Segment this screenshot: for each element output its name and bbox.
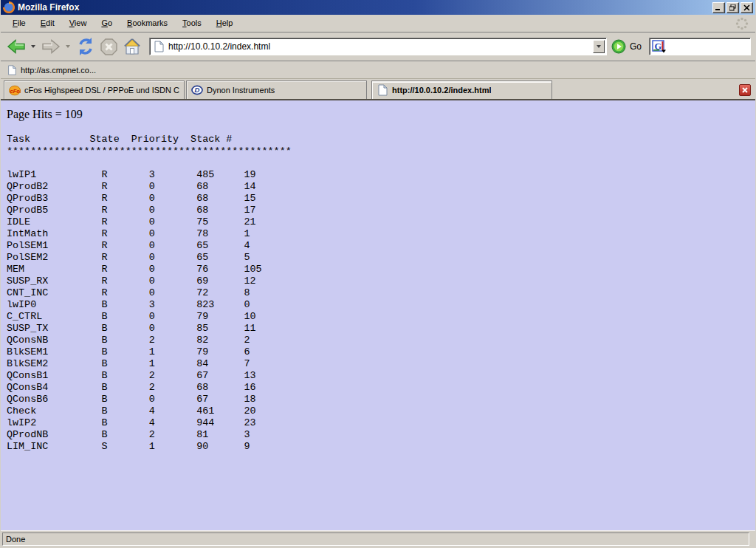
- status-text: Done: [2, 532, 749, 546]
- home-button[interactable]: [121, 36, 143, 58]
- tab-label: http://10.0.10.2/index.html: [392, 86, 491, 95]
- page-icon: [377, 84, 388, 96]
- forward-icon: [41, 38, 61, 55]
- navigation-toolbar: Go G: [1, 32, 755, 61]
- close-button[interactable]: [740, 2, 753, 13]
- firefox-icon: [3, 1, 15, 13]
- reload-button[interactable]: [75, 35, 97, 58]
- svg-text:D: D: [195, 86, 200, 94]
- menu-help[interactable]: Help: [209, 16, 241, 30]
- tab-index-html[interactable]: http://10.0.10.2/index.html: [371, 81, 552, 99]
- restore-button[interactable]: [726, 2, 739, 13]
- menu-edit[interactable]: Edit: [33, 16, 62, 30]
- back-icon: [7, 38, 26, 55]
- bookmark-item[interactable]: http://as.cmpnet.co...: [7, 65, 96, 75]
- tab-bar: cFos cFos Highspeed DSL / PPPoE und ISDN…: [1, 79, 755, 100]
- menu-bookmarks[interactable]: Bookmarks: [120, 16, 175, 30]
- forward-dropdown-icon[interactable]: [66, 45, 70, 48]
- page-hits-text: Page Hits = 109: [7, 108, 749, 121]
- tab-dynon[interactable]: D Dynon Instruments: [186, 81, 367, 99]
- url-dropdown-button[interactable]: [593, 40, 605, 53]
- reload-icon: [76, 37, 95, 56]
- status-bar: Done: [1, 530, 755, 548]
- minimize-button[interactable]: [712, 2, 725, 13]
- browser-window: Mozilla Firefox File Edit View Go Bookma…: [0, 0, 756, 548]
- back-dropdown-icon[interactable]: [31, 45, 35, 48]
- menu-go[interactable]: Go: [94, 16, 120, 30]
- tab-label: cFos Highspeed DSL / PPPoE und ISDN CAP.…: [24, 86, 179, 95]
- menu-bar: File Edit View Go Bookmarks Tools Help: [1, 15, 755, 32]
- page-icon: [7, 65, 17, 75]
- task-table: Task State Priority Stack # ************…: [7, 134, 749, 453]
- cfos-icon: cFos: [9, 84, 21, 96]
- menu-view[interactable]: View: [62, 16, 94, 30]
- throbber-icon: [735, 16, 749, 31]
- tab-label: Dynon Instruments: [207, 86, 275, 95]
- menu-file[interactable]: File: [5, 16, 33, 30]
- svg-text:cFos: cFos: [10, 88, 21, 95]
- go-label: Go: [630, 41, 642, 52]
- back-button[interactable]: [5, 36, 27, 57]
- window-title: Mozilla Firefox: [18, 2, 711, 13]
- url-input[interactable]: [168, 41, 593, 52]
- go-icon: [611, 39, 626, 54]
- stop-icon: [100, 38, 118, 56]
- bookmarks-toolbar: http://as.cmpnet.co...: [1, 61, 755, 79]
- google-search-icon: G: [652, 40, 667, 53]
- bookmark-label: http://as.cmpnet.co...: [21, 66, 96, 75]
- close-icon: [742, 87, 748, 93]
- page-icon: [153, 41, 165, 52]
- title-bar: Mozilla Firefox: [1, 0, 755, 15]
- home-icon: [123, 38, 142, 56]
- dynon-icon: D: [191, 84, 203, 96]
- menu-tools[interactable]: Tools: [175, 16, 209, 30]
- stop-button[interactable]: [98, 36, 120, 58]
- tab-cfos[interactable]: cFos cFos Highspeed DSL / PPPoE und ISDN…: [4, 81, 185, 99]
- url-bar[interactable]: [149, 38, 607, 55]
- close-tab-button[interactable]: [739, 84, 751, 96]
- page-content: Page Hits = 109 Task State Priority Stac…: [1, 100, 755, 530]
- search-box[interactable]: G: [649, 38, 751, 55]
- forward-button[interactable]: [40, 36, 62, 57]
- go-button[interactable]: Go: [611, 39, 642, 54]
